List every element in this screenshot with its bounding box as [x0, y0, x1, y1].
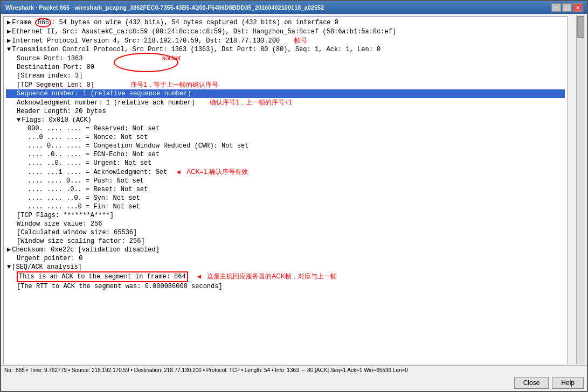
- ethernet-collapse-icon[interactable]: ▶: [7, 28, 11, 36]
- ack-num-text: Acknowledgment number: 1 (relative ack n…: [17, 99, 195, 107]
- socket-annotation: socket: [162, 54, 181, 62]
- frame-annotation: 帧号: [294, 37, 307, 44]
- seq-annotation-text: 序号1，等于上一帧的确认序号: [130, 81, 218, 88]
- ack-flag-annotation: ACK=1,确认序号有效: [186, 168, 248, 176]
- dst-port-line[interactable]: Destination Port: 80: [6, 63, 565, 72]
- seq-ack-line[interactable]: ▼[SEQ/ACK analysis]: [6, 263, 565, 271]
- frame-line[interactable]: ▶Frame 865: 54 bytes on wire (432 bits),…: [6, 18, 565, 27]
- frame-text2: : 54 bytes on wire (432 bits), 54 bytes …: [51, 19, 338, 26]
- scrollbar-thumb[interactable]: [577, 16, 584, 38]
- tcp-line[interactable]: ▼Transmission Control Protocol, Src Port…: [6, 45, 565, 54]
- checksum-collapse-icon[interactable]: ▶: [7, 246, 11, 254]
- frame-collapse-icon[interactable]: ▶: [7, 19, 11, 26]
- tcp-collapse-icon[interactable]: ▼: [7, 46, 11, 53]
- stream-text: [Stream index: 3]: [17, 72, 82, 80]
- rtt-line[interactable]: [The RTT to ACK the segment was: 0.00008…: [6, 282, 565, 291]
- arrow-left-ack: ◀: [176, 169, 180, 176]
- ecn-text: .... .0.. .... = ECN-Echo: Not set: [27, 151, 160, 158]
- title-bar-buttons: ─ □ ✕: [551, 3, 583, 12]
- src-port-text: Source Port: 1363: [17, 55, 82, 62]
- tcp-text: Transmission Control Protocol, Src Port:…: [12, 46, 381, 53]
- header-len-line[interactable]: Header Length: 20 bytes: [6, 107, 565, 116]
- rtt-text: [The RTT to ACK the segment was: 0.00008…: [17, 283, 223, 290]
- seg-len-line[interactable]: [TCP Segment Len: 0] 序号1，等于上一帧的确认序号: [6, 80, 565, 89]
- ack-frame-annotation: 这是主机回应服务器的ACK帧，对应与上一帧: [207, 272, 337, 280]
- window-scale-text: [Window size scaling factor: 256]: [17, 237, 145, 245]
- seq-ack-collapse-icon[interactable]: ▼: [7, 263, 11, 271]
- stream-line[interactable]: [Stream index: 3]: [6, 72, 565, 80]
- window-line[interactable]: Window size value: 256: [6, 220, 565, 228]
- main-window: Wireshark · Packet 865 · wireshark_pcapn…: [0, 0, 588, 392]
- calc-window-line[interactable]: [Calculated window size: 65536]: [6, 228, 565, 237]
- urgent-flag-text: .... ..0. .... = Urgent: Not set: [27, 159, 151, 167]
- maximize-button[interactable]: □: [562, 3, 572, 12]
- reset-text: .... .... .0.. = Reset: Not set: [27, 186, 148, 193]
- fin-line[interactable]: .... .... ...0 = Fin: Not set: [6, 202, 565, 211]
- minimize-button[interactable]: ─: [551, 3, 561, 12]
- ack-flag-text: .... ...1 .... = Acknowledgment: Set: [27, 169, 167, 176]
- close-window-button[interactable]: ✕: [573, 3, 583, 12]
- flags-text: Flags: 0x010 (ACK): [22, 116, 92, 124]
- window-title: Wireshark · Packet 865 · wireshark_pcapn…: [5, 4, 324, 11]
- main-content: ▶Frame 865: 54 bytes on wire (432 bits),…: [1, 14, 587, 391]
- bottom-bar: Close Help: [1, 375, 587, 391]
- ack-flag-line[interactable]: .... ...1 .... = Acknowledgment: Set ◀ A…: [6, 167, 565, 177]
- frame-text: Frame: [12, 19, 35, 26]
- seq-text: Sequence number: 1 (relative sequence nu…: [17, 90, 191, 97]
- ecn-line[interactable]: .... .0.. .... = ECN-Echo: Not set: [6, 150, 565, 159]
- ack-num-line[interactable]: Acknowledgment number: 1 (relative ack n…: [6, 98, 565, 107]
- frame-number-circle: 865: [35, 18, 51, 27]
- reserved-line[interactable]: 000. .... .... = Reserved: Not set: [6, 124, 565, 133]
- close-button[interactable]: Close: [514, 377, 549, 389]
- syn-text: .... .... ..0. = Syn: Not set: [27, 194, 140, 202]
- checksum-text: Checksum: 0xe22c [validation disabled]: [12, 246, 160, 254]
- ethernet-line[interactable]: ▶Ethernet II, Src: AsustekC_ca:c8:59 (00…: [6, 27, 565, 36]
- nonce-text: ...0 .... .... = Nonce: Not set: [27, 134, 148, 141]
- urgent-ptr-line[interactable]: Urgent pointer: 0: [6, 254, 565, 263]
- status-bar: No.: 865 • Time: 9.762779 • Source: 218.…: [1, 365, 587, 375]
- tcp-flags-text: [TCP Flags: *******A****]: [17, 212, 114, 219]
- window-scale-line[interactable]: [Window size scaling factor: 256]: [6, 237, 565, 246]
- packet-detail-panel[interactable]: ▶Frame 865: 54 bytes on wire (432 bits),…: [3, 16, 568, 364]
- fin-text: .... .... ...0 = Fin: Not set: [27, 203, 140, 211]
- reset-line[interactable]: .... .... .0.. = Reset: Not set: [6, 185, 565, 194]
- checksum-line[interactable]: ▶Checksum: 0xe22c [validation disabled]: [6, 246, 565, 254]
- seg-len-text: [TCP Segment Len: 0]: [17, 81, 94, 89]
- push-text: .... .... 0... = Push: Not set: [27, 177, 144, 185]
- ip-text: Internet Protocol Version 4, Src: 218.19…: [12, 37, 280, 45]
- seq-line[interactable]: Sequence number: 1 (relative sequence nu…: [6, 89, 565, 98]
- flags-collapse-icon[interactable]: ▼: [17, 116, 20, 124]
- ack-seg-outline: This is an ACK to the segment in frame: …: [17, 271, 188, 282]
- window-text: Window size value: 256: [17, 220, 102, 228]
- push-line[interactable]: .... .... 0... = Push: Not set: [6, 177, 565, 185]
- nonce-line[interactable]: ...0 .... .... = Nonce: Not set: [6, 133, 565, 142]
- ack-annotation-text: 确认序号1，上一帧的序号+1: [210, 99, 292, 106]
- seq-ack-text: [SEQ/ACK analysis]: [12, 263, 82, 271]
- dst-port-text: Destination Port: 80: [17, 64, 94, 71]
- header-len-text: Header Length: 20 bytes: [17, 108, 106, 115]
- reserved-text: 000. .... .... = Reserved: Not set: [27, 125, 160, 132]
- urgent-ptr-text: Urgent pointer: 0: [17, 255, 82, 262]
- urgent-flag-line[interactable]: .... ..0. .... = Urgent: Not set: [6, 159, 565, 167]
- title-bar: Wireshark · Packet 865 · wireshark_pcapn…: [1, 1, 587, 14]
- calc-window-text: [Calculated window size: 65536]: [17, 229, 137, 236]
- cwr-line[interactable]: .... 0... .... = Congestion Window Reduc…: [6, 142, 565, 150]
- status-text: No.: 865 • Time: 9.762779 • Source: 218.…: [4, 367, 408, 373]
- scrollbar[interactable]: [576, 15, 585, 364]
- syn-line[interactable]: .... .... ..0. = Syn: Not set: [6, 194, 565, 202]
- ip-collapse-icon[interactable]: ▶: [7, 37, 11, 45]
- src-port-line[interactable]: Source Port: 1363 socket: [6, 54, 565, 63]
- arrow-left-ack-seg: ◀: [197, 273, 201, 281]
- cwr-text: .... 0... .... = Congestion Window Reduc…: [27, 142, 248, 150]
- help-button[interactable]: Help: [552, 377, 584, 389]
- ip-line[interactable]: ▶Internet Protocol Version 4, Src: 218.1…: [6, 36, 565, 45]
- ethernet-text: Ethernet II, Src: AsustekC_ca:c8:59 (00:…: [12, 28, 396, 36]
- ack-seg-line[interactable]: This is an ACK to the segment in frame: …: [6, 271, 565, 282]
- flags-line[interactable]: ▼Flags: 0x010 (ACK): [6, 116, 565, 124]
- packet-detail-wrapper: ▶Frame 865: 54 bytes on wire (432 bits),…: [2, 15, 586, 364]
- tcp-flags-line[interactable]: [TCP Flags: *******A****]: [6, 211, 565, 220]
